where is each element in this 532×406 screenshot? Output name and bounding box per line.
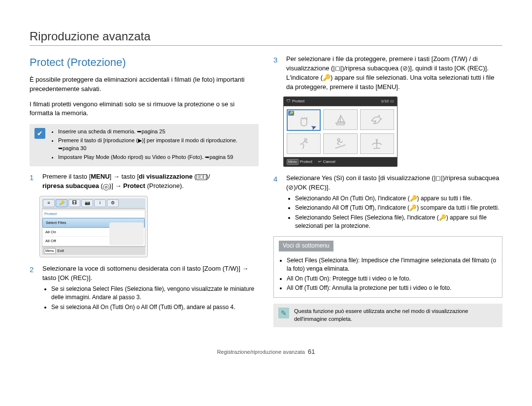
back-icon: ↩ xyxy=(318,159,322,165)
menu-tabs: ≡ 🔑 🎞 📷 i ⚙ xyxy=(42,198,145,209)
step-2: 2 Selezionare la voce di sottomenu desid… xyxy=(30,264,259,312)
tab-icon: ≡ xyxy=(43,199,55,207)
tab-protect-icon: 🔑 xyxy=(56,199,67,207)
step-text: Selezionare Yes (Sì) con il tasto [di vi… xyxy=(286,174,499,191)
placeholder-skier-icon xyxy=(333,137,347,151)
thumbnail-grid: 🔑 ➤ xyxy=(284,106,397,157)
display-label: di visualizzazione xyxy=(139,173,193,180)
step-bullets: Se si seleziona Select Files (Seleziona … xyxy=(42,285,259,312)
device-grid-screenshot: 🛡 Protect 1/10 ▭ 🔑 ➤ xyxy=(283,96,398,167)
step-number: 4 xyxy=(273,174,281,231)
step-text: ] → tasto [ xyxy=(110,173,139,180)
step-text: Selezionare la voce di sottomenu desider… xyxy=(42,265,248,281)
protect-key-icon: 🔑 xyxy=(288,111,294,116)
step-number: 3 xyxy=(273,55,281,92)
list-item: Selezionando Select Files (Seleziona fil… xyxy=(295,214,502,231)
svg-point-1 xyxy=(337,138,340,141)
info-icon: ✎ xyxy=(278,308,289,318)
footer-text: Registrazione/riproduzione avanzata xyxy=(217,349,305,355)
list-item: All On (Tutti On): Protegge tutti i vide… xyxy=(287,275,497,283)
page-number: 61 xyxy=(308,348,315,355)
device-menu-screenshot: ≡ 🔑 🎞 📷 i ⚙ Protect Select Files All On … xyxy=(39,196,148,258)
list-item: Se si seleziona All On (Tutti On) o All … xyxy=(51,303,259,312)
grid-bottombar: Menu Protect ↩ Cancel xyxy=(284,157,397,166)
step-text: )] → xyxy=(109,182,123,189)
right-column: 3 Per selezionare i file da proteggere, … xyxy=(273,55,502,333)
thumbnail xyxy=(360,109,394,130)
page-title: Riproduzione avanzata xyxy=(30,30,502,46)
step-number: 1 xyxy=(30,172,37,191)
protect-label: Protect xyxy=(123,182,145,189)
prereq-item: Inserire una scheda di memoria. ➥pagina … xyxy=(58,128,254,136)
intro-paragraph-2: I filmati protetti vengono eliminati sol… xyxy=(30,100,259,119)
list-item: Selezionando All Off (Tutti Off), l'indi… xyxy=(295,204,502,212)
prereq-item: Premere il tasto di [riproduzione (▶)] p… xyxy=(58,137,254,153)
grid-titlebar: 🛡 Protect 1/10 ▭ xyxy=(284,97,397,106)
list-item: Select Files (Seleziona file): Impedisce… xyxy=(287,256,497,274)
thumbnail xyxy=(323,133,357,154)
step-text: ( xyxy=(193,173,197,180)
step-3: 3 Per selezionare i file da proteggere, … xyxy=(273,55,502,92)
page-footer: Registrazione/riproduzione avanzata 61 xyxy=(30,348,502,355)
intro-paragraph-1: È possibile proteggere da eliminazioni a… xyxy=(30,75,259,94)
list-item: All Off (Tutti Off): Annulla la protezio… xyxy=(287,284,497,292)
tab-icon: ⚙ xyxy=(107,199,119,207)
cancel-button: ↩ Cancel xyxy=(318,159,335,165)
tab-icon: i xyxy=(94,199,106,207)
placeholder-sailboat-icon xyxy=(333,113,347,126)
cursor-icon: ➤ xyxy=(309,121,318,132)
thumbnail xyxy=(323,109,357,130)
page-counter: 1/10 xyxy=(381,98,389,104)
tip-note: ✎ Questa funzione può essere utilizzata … xyxy=(273,304,502,327)
step-1: 1 Premere il tasto [MENU] → tasto [di vi… xyxy=(30,172,259,191)
grid-title: Protect xyxy=(292,98,304,104)
two-column-layout: Protect (Protezione) È possibile protegg… xyxy=(30,55,502,333)
section-title: Protect (Protezione) xyxy=(30,55,259,70)
step-body: Premere il tasto [MENU] → tasto [di visu… xyxy=(42,172,259,191)
thumbnail xyxy=(360,133,394,154)
prerequisite-list: Inserire una scheda di memoria. ➥pagina … xyxy=(50,128,254,162)
menu-button-label: Menu xyxy=(44,248,56,254)
display-icon: |◻| xyxy=(197,174,206,180)
ghost-thumbnail xyxy=(109,222,144,245)
submenu-list: Select Files (Seleziona file): Impedisce… xyxy=(279,256,497,293)
menu-label: MENU xyxy=(91,173,109,180)
prerequisite-note: ✔ Inserire una scheda di memoria. ➥pagin… xyxy=(30,124,259,166)
step-body: Per selezionare i file da proteggere, pr… xyxy=(286,55,502,92)
menu-header: Protect xyxy=(42,210,145,219)
step-bullets: Selezionando All On (Tutti On), l'indica… xyxy=(286,194,502,231)
protect-label: Protect xyxy=(300,159,312,165)
step-body: Selezionare Yes (Sì) con il tasto [di vi… xyxy=(286,174,502,231)
list-item: Se si seleziona Select Files (Seleziona … xyxy=(51,285,259,302)
step-4: 4 Selezionare Yes (Sì) con il tasto [di … xyxy=(273,174,502,231)
prereq-item: Impostare Play Mode (Modo riprod) su Vid… xyxy=(58,154,254,161)
submenu-box: Voci di sottomenu Select Files (Selezion… xyxy=(273,236,502,298)
manual-page: Riproduzione avanzata Protect (Protezion… xyxy=(0,0,532,365)
left-column: Protect (Protezione) È possibile protegg… xyxy=(30,55,259,333)
step-body: Selezionare la voce di sottomenu desider… xyxy=(42,264,259,312)
menu-list: Protect Select Files All On All Off xyxy=(42,210,145,247)
tip-text: Questa funzione può essere utilizzata an… xyxy=(294,308,498,323)
underwater-label: ripresa subacquea xyxy=(42,182,99,189)
placeholder-bird-icon xyxy=(370,113,384,126)
submenu-box-title: Voci di sottomenu xyxy=(279,241,333,251)
protect-button: Menu Protect xyxy=(287,159,312,165)
step-text: )/ xyxy=(206,173,210,180)
list-item: Selezionando All On (Tutti On), l'indica… xyxy=(295,194,502,203)
step-text: Premere il tasto [ xyxy=(42,173,91,180)
cancel-label: Cancel xyxy=(323,159,335,165)
step-text: ( xyxy=(99,182,103,189)
step-text: (Protezione). xyxy=(145,182,184,189)
placeholder-runner-icon xyxy=(297,137,311,151)
placeholder-palm-icon xyxy=(370,137,384,151)
underwater-icon: ⊘ xyxy=(103,184,109,190)
shield-icon: 🛡 xyxy=(287,98,291,104)
checkmark-icon: ✔ xyxy=(34,128,45,139)
svg-point-0 xyxy=(304,138,307,141)
tab-icon: 🎞 xyxy=(68,199,80,207)
exit-label: Exit xyxy=(58,248,64,254)
menu-footer: Menu Exit xyxy=(42,247,145,255)
tab-icon: 📷 xyxy=(81,199,93,207)
thumbnail xyxy=(287,133,321,154)
menu-icon: Menu xyxy=(287,159,299,165)
